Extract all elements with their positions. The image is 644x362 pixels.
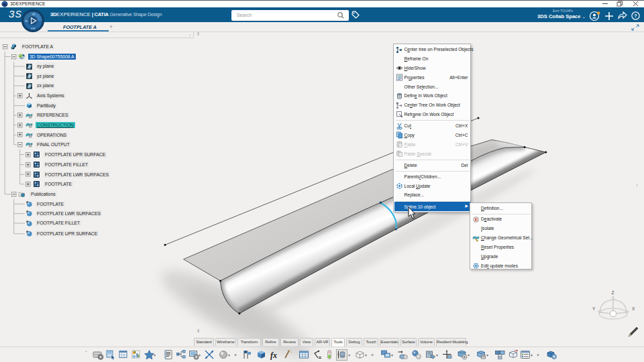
svg-text:3D: 3D (25, 19, 28, 23)
svg-text:V.R: V.R (31, 27, 36, 30)
svg-text:Z: Z (612, 290, 614, 295)
svg-text:Y: Y (592, 306, 596, 311)
svg-text:X: X (632, 306, 635, 311)
svg-text:fx: fx (270, 351, 277, 360)
svg-text:7F: 7F (32, 13, 35, 16)
